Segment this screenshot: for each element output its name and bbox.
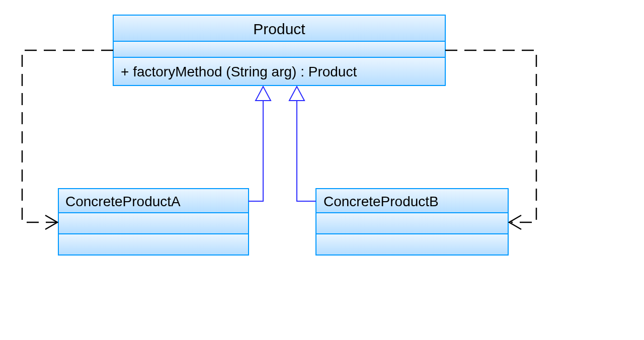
svg-rect-5 (58, 234, 249, 255)
svg-rect-8 (316, 234, 508, 255)
svg-marker-9 (256, 87, 271, 101)
svg-marker-10 (289, 87, 304, 101)
class-product-method: + factoryMethod (String arg) : Product (121, 64, 357, 79)
generalization-b-to-product (289, 87, 316, 201)
class-concrete-b-title: ConcreteProductB (324, 194, 439, 209)
generalization-a-to-product (249, 87, 271, 201)
svg-rect-1 (113, 41, 445, 57)
svg-rect-7 (316, 213, 508, 234)
class-concrete-a-title: ConcreteProductA (65, 194, 181, 209)
uml-class-diagram: Product + factoryMethod (String arg) : P… (0, 0, 644, 340)
svg-rect-4 (58, 213, 249, 234)
class-concrete-b: ConcreteProductB (316, 189, 508, 255)
class-product-title: Product (253, 21, 305, 37)
class-product: Product + factoryMethod (String arg) : P… (113, 15, 445, 86)
class-concrete-a: ConcreteProductA (58, 189, 249, 255)
